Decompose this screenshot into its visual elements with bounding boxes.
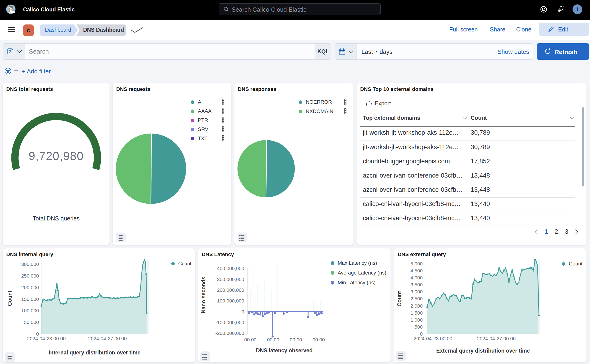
svg-text:00:00: 00:00 bbox=[290, 337, 302, 342]
svg-text:Total DNS queries: Total DNS queries bbox=[33, 215, 79, 222]
svg-text:100,000,000: 100,000,000 bbox=[217, 298, 244, 303]
svg-text:0: 0 bbox=[241, 309, 244, 314]
svg-text:5,000: 5,000 bbox=[410, 261, 423, 266]
svg-text:-200,000,000: -200,000,000 bbox=[215, 331, 244, 336]
svg-text:200,000: 200,000 bbox=[21, 285, 39, 290]
svg-text:00:00: 00:00 bbox=[312, 337, 325, 342]
svg-text:3,000: 3,000 bbox=[410, 289, 423, 294]
svg-text:1,500: 1,500 bbox=[410, 310, 423, 316]
svg-text:External query distribution ov: External query distribution over time bbox=[436, 348, 530, 354]
svg-text:300,000,000: 300,000,000 bbox=[217, 277, 244, 282]
svg-text:300,000: 300,000 bbox=[21, 261, 39, 267]
svg-text:2024-04-23 00:00: 2024-04-23 00:00 bbox=[27, 336, 66, 341]
svg-text:DNS latency observed: DNS latency observed bbox=[256, 347, 313, 353]
svg-text:4,500: 4,500 bbox=[410, 268, 423, 273]
svg-text:9,720,980: 9,720,980 bbox=[29, 150, 84, 163]
svg-text:Count: Count bbox=[7, 290, 13, 306]
svg-text:2,000: 2,000 bbox=[410, 303, 423, 309]
svg-text:400,000,000: 400,000,000 bbox=[217, 266, 244, 271]
svg-text:3,500: 3,500 bbox=[410, 282, 423, 287]
svg-text:100,000: 100,000 bbox=[21, 308, 39, 313]
svg-text:2024-04-27 00:00: 2024-04-27 00:00 bbox=[88, 336, 127, 341]
svg-text:200,000,000: 200,000,000 bbox=[217, 287, 244, 293]
svg-text:150,000: 150,000 bbox=[21, 296, 39, 302]
svg-text:2024-04-27 00:00: 2024-04-27 00:00 bbox=[477, 336, 516, 341]
svg-text:50,000: 50,000 bbox=[24, 319, 39, 325]
svg-text:00:00: 00:00 bbox=[267, 337, 279, 342]
svg-text:2024-04-23 00:00: 2024-04-23 00:00 bbox=[414, 336, 452, 341]
svg-text:Count: Count bbox=[396, 291, 402, 306]
svg-text:250,000: 250,000 bbox=[21, 273, 39, 279]
svg-text:2,500: 2,500 bbox=[410, 296, 423, 301]
svg-text:Nano seconds: Nano seconds bbox=[200, 277, 207, 313]
svg-text:-100,000,000: -100,000,000 bbox=[215, 320, 244, 325]
svg-text:4,000: 4,000 bbox=[410, 275, 423, 280]
svg-text:00:00: 00:00 bbox=[244, 337, 257, 342]
svg-text:Internal query distribution ov: Internal query distribution over time bbox=[49, 350, 141, 356]
svg-text:500: 500 bbox=[415, 324, 423, 330]
svg-text:1,000: 1,000 bbox=[410, 317, 423, 323]
